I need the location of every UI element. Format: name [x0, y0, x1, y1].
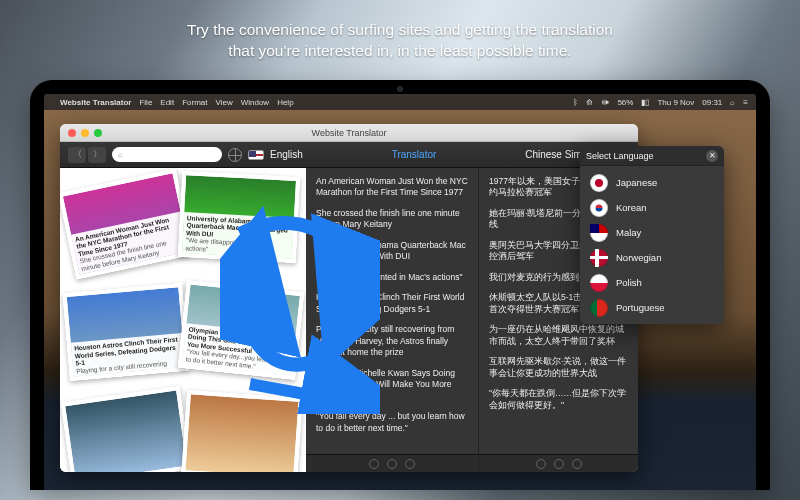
globe-icon[interactable]	[228, 148, 242, 162]
menu-time[interactable]: 09:31	[702, 98, 722, 107]
menu-app-name[interactable]: Website Translator	[60, 98, 131, 107]
pane-control-button[interactable]	[387, 459, 397, 469]
article-tile[interactable]	[61, 386, 192, 472]
flag-no-icon	[590, 249, 608, 267]
app-window: Website Translator 〈 〉 ⌕ English Transla…	[60, 124, 638, 472]
pane-control-button[interactable]	[369, 459, 379, 469]
source-paragraph: Olympian Michelle Kwan Says Doing This O…	[316, 368, 468, 402]
language-option[interactable]: Norwegian	[580, 245, 724, 270]
close-popover-button[interactable]: ✕	[706, 150, 718, 162]
source-paragraph: University of Alabama Quarterback Mac Jo…	[316, 240, 468, 263]
menu-item[interactable]: Edit	[160, 98, 174, 107]
language-option[interactable]: Korean	[580, 195, 724, 220]
menu-item[interactable]: Help	[277, 98, 293, 107]
pane-control-button[interactable]	[554, 459, 564, 469]
target-paragraph: 为一座仍在从哈维飓风中恢复的城市而战，太空人终于带回了奖杯	[489, 324, 628, 347]
source-text-pane[interactable]: An American Woman Just Won the NYC Marat…	[306, 168, 478, 472]
flag-us-icon[interactable]	[248, 150, 264, 160]
marketing-banner: Try the convenience of surfing sites and…	[0, 20, 800, 62]
menu-item[interactable]: Format	[182, 98, 207, 107]
menu-item[interactable]: View	[215, 98, 232, 107]
language-option[interactable]: Portuguese	[580, 295, 724, 320]
menu-item[interactable]: File	[139, 98, 152, 107]
volume-icon[interactable]: 🕪	[601, 98, 609, 107]
flag-kr-icon	[590, 199, 608, 217]
source-paragraph: "You fall every day ... but you learn ho…	[316, 411, 468, 434]
language-option[interactable]: Malay	[580, 220, 724, 245]
source-paragraph: Playing for a city still recovering from…	[316, 324, 468, 358]
article-tile[interactable]	[181, 390, 303, 472]
source-paragraph: Houston Astros Clinch Their First World …	[316, 292, 468, 315]
laptop-frame: Website Translator File Edit Format View…	[30, 80, 770, 490]
window-titlebar[interactable]: Website Translator	[60, 124, 638, 142]
language-popover: Select Language ✕ Japanese Korean Malay …	[580, 146, 724, 324]
desktop: Website Translator File Edit Format View…	[44, 94, 756, 490]
source-pane-footer	[306, 454, 478, 472]
camera-dot	[397, 86, 403, 92]
popover-title: Select Language	[586, 151, 654, 161]
pane-control-button[interactable]	[405, 459, 415, 469]
flag-pl-icon	[590, 274, 608, 292]
language-option[interactable]: Polish	[580, 270, 724, 295]
source-paragraph: "We are disappointed in Mac's actions"	[316, 272, 468, 283]
search-icon: ⌕	[118, 150, 123, 159]
source-paragraph: An American Woman Just Won the NYC Marat…	[316, 176, 468, 199]
source-language-label[interactable]: English	[270, 149, 303, 160]
article-tile[interactable]: Olympian Michelle Kwan Says Doing This O…	[178, 280, 305, 380]
bluetooth-icon[interactable]: ᛒ	[573, 98, 578, 107]
article-tile[interactable]: University of Alabama Quarterback Mac Jo…	[178, 171, 300, 263]
battery-percent[interactable]: 56%	[617, 98, 633, 107]
language-option[interactable]: Japanese	[580, 170, 724, 195]
target-paragraph: "你每天都在跌倒……但是你下次学会如何做得更好。"	[489, 388, 628, 411]
banner-line1: Try the convenience of surfing sites and…	[0, 20, 800, 41]
language-list[interactable]: Japanese Korean Malay Norwegian Polish P…	[580, 166, 724, 324]
translator-label[interactable]: Translator	[309, 149, 519, 160]
target-paragraph: 互联网先驱米歇尔·关说，做这一件事会让你更成功的世界大战	[489, 356, 628, 379]
search-icon[interactable]: ⌕	[730, 98, 735, 107]
article-tile[interactable]: An American Woman Just Won the NYC Marat…	[60, 168, 194, 279]
pane-control-button[interactable]	[572, 459, 582, 469]
target-pane-footer	[479, 454, 638, 472]
web-pane[interactable]: An American Woman Just Won the NYC Marat…	[60, 168, 306, 472]
menu-extra-icon[interactable]: ≡	[743, 98, 748, 107]
pane-control-button[interactable]	[536, 459, 546, 469]
flag-jp-icon	[590, 174, 608, 192]
app-toolbar: 〈 〉 ⌕ English Translator Chinese Simplif…	[60, 142, 638, 168]
battery-icon[interactable]: ▮▯	[641, 98, 649, 107]
flag-pt-icon	[590, 299, 608, 317]
back-button[interactable]: 〈	[68, 147, 86, 163]
flag-my-icon	[590, 224, 608, 242]
mac-menu-bar: Website Translator File Edit Format View…	[44, 94, 756, 110]
article-tile[interactable]: Houston Astros Clinch Their First World …	[62, 283, 189, 381]
forward-button[interactable]: 〉	[88, 147, 106, 163]
window-title: Website Translator	[60, 128, 638, 138]
menu-date[interactable]: Thu 9 Nov	[657, 98, 694, 107]
menu-item[interactable]: Window	[241, 98, 269, 107]
banner-line2: that you're interested in, in the least …	[0, 41, 800, 62]
url-search-field[interactable]: ⌕	[112, 147, 222, 162]
source-paragraph: She crossed the finish line one minute b…	[316, 208, 468, 231]
wifi-icon[interactable]: ⟰	[586, 98, 593, 107]
